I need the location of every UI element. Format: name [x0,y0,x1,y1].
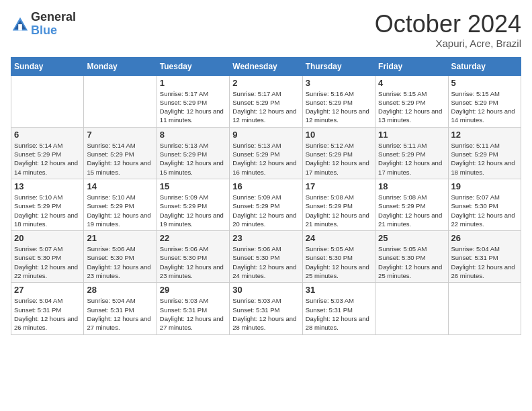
day-of-week-header: Friday [375,57,448,75]
day-number: 12 [451,130,518,140]
day-info: Sunrise: 5:09 AM Sunset: 5:29 PM Dayligh… [160,193,226,228]
day-number: 20 [14,233,81,243]
day-info: Sunrise: 5:03 AM Sunset: 5:31 PM Dayligh… [306,296,372,332]
calendar-cell: 4Sunrise: 5:15 AM Sunset: 5:29 PM Daylig… [375,75,448,127]
calendar-cell [375,283,448,334]
day-info: Sunrise: 5:04 AM Sunset: 5:31 PM Dayligh… [87,296,153,332]
day-number: 7 [87,130,153,140]
calendar-week-row: 13Sunrise: 5:10 AM Sunset: 5:29 PM Dayli… [11,179,521,230]
day-number: 25 [378,233,445,243]
page-header: General Blue October 2024 Xapuri, Acre, … [11,11,521,49]
day-number: 9 [232,130,299,140]
day-number: 11 [378,130,445,140]
calendar-cell: 13Sunrise: 5:10 AM Sunset: 5:29 PM Dayli… [11,179,84,230]
calendar-cell: 16Sunrise: 5:09 AM Sunset: 5:29 PM Dayli… [230,179,302,230]
calendar-cell: 17Sunrise: 5:08 AM Sunset: 5:29 PM Dayli… [302,179,375,230]
svg-rect-2 [18,24,22,30]
day-info: Sunrise: 5:04 AM Sunset: 5:31 PM Dayligh… [451,244,518,280]
month-title: October 2024 [375,11,521,38]
day-info: Sunrise: 5:15 AM Sunset: 5:29 PM Dayligh… [378,89,445,125]
day-info: Sunrise: 5:17 AM Sunset: 5:29 PM Dayligh… [232,89,299,125]
calendar-cell: 23Sunrise: 5:06 AM Sunset: 5:30 PM Dayli… [230,231,302,283]
logo-text: General Blue [31,11,76,38]
day-number: 8 [160,130,226,140]
day-number: 6 [14,130,81,140]
day-of-week-header: Wednesday [230,57,302,75]
logo-blue-text: Blue [31,24,76,38]
day-info: Sunrise: 5:09 AM Sunset: 5:29 PM Dayligh… [232,193,299,228]
calendar-table: SundayMondayTuesdayWednesdayThursdayFrid… [11,57,521,335]
day-info: Sunrise: 5:04 AM Sunset: 5:31 PM Dayligh… [14,296,81,332]
day-info: Sunrise: 5:05 AM Sunset: 5:30 PM Dayligh… [378,244,445,280]
day-info: Sunrise: 5:17 AM Sunset: 5:29 PM Dayligh… [160,89,226,125]
day-number: 18 [378,181,445,191]
day-of-week-header: Monday [84,57,157,75]
day-number: 26 [451,233,518,243]
calendar-week-row: 20Sunrise: 5:07 AM Sunset: 5:30 PM Dayli… [11,231,521,283]
calendar-week-row: 27Sunrise: 5:04 AM Sunset: 5:31 PM Dayli… [11,283,521,334]
logo-general-text: General [31,11,76,24]
title-block: October 2024 Xapuri, Acre, Brazil [375,11,521,49]
day-info: Sunrise: 5:03 AM Sunset: 5:31 PM Dayligh… [232,296,299,332]
day-info: Sunrise: 5:16 AM Sunset: 5:29 PM Dayligh… [306,89,372,125]
day-of-week-header: Thursday [302,57,375,75]
day-of-week-header: Sunday [11,57,84,75]
calendar-cell: 10Sunrise: 5:12 AM Sunset: 5:29 PM Dayli… [302,127,375,179]
day-number: 15 [160,181,226,191]
day-info: Sunrise: 5:08 AM Sunset: 5:29 PM Dayligh… [306,193,372,228]
day-info: Sunrise: 5:10 AM Sunset: 5:29 PM Dayligh… [87,193,153,228]
calendar-week-row: 1Sunrise: 5:17 AM Sunset: 5:29 PM Daylig… [11,75,521,127]
calendar-cell: 21Sunrise: 5:06 AM Sunset: 5:30 PM Dayli… [84,231,157,283]
calendar-cell: 19Sunrise: 5:07 AM Sunset: 5:30 PM Dayli… [448,179,521,230]
calendar-cell: 31Sunrise: 5:03 AM Sunset: 5:31 PM Dayli… [302,283,375,334]
calendar-cell: 18Sunrise: 5:08 AM Sunset: 5:29 PM Dayli… [375,179,448,230]
calendar-cell [11,75,84,127]
calendar-cell: 20Sunrise: 5:07 AM Sunset: 5:30 PM Dayli… [11,231,84,283]
calendar-cell: 15Sunrise: 5:09 AM Sunset: 5:29 PM Dayli… [157,179,229,230]
day-number: 10 [306,130,372,140]
day-info: Sunrise: 5:06 AM Sunset: 5:30 PM Dayligh… [232,244,299,280]
day-number: 4 [378,78,445,88]
day-number: 5 [451,78,518,88]
calendar-cell: 12Sunrise: 5:11 AM Sunset: 5:29 PM Dayli… [448,127,521,179]
day-info: Sunrise: 5:03 AM Sunset: 5:31 PM Dayligh… [160,296,226,332]
day-info: Sunrise: 5:12 AM Sunset: 5:29 PM Dayligh… [306,141,372,177]
day-info: Sunrise: 5:13 AM Sunset: 5:29 PM Dayligh… [232,141,299,177]
calendar-cell: 14Sunrise: 5:10 AM Sunset: 5:29 PM Dayli… [84,179,157,230]
day-number: 31 [306,285,372,295]
day-info: Sunrise: 5:14 AM Sunset: 5:29 PM Dayligh… [87,141,153,177]
day-number: 16 [232,181,299,191]
calendar-cell: 28Sunrise: 5:04 AM Sunset: 5:31 PM Dayli… [84,283,157,334]
calendar-cell: 9Sunrise: 5:13 AM Sunset: 5:29 PM Daylig… [230,127,302,179]
calendar-cell: 30Sunrise: 5:03 AM Sunset: 5:31 PM Dayli… [230,283,302,334]
calendar-cell [84,75,157,127]
calendar-cell: 7Sunrise: 5:14 AM Sunset: 5:29 PM Daylig… [84,127,157,179]
day-info: Sunrise: 5:06 AM Sunset: 5:30 PM Dayligh… [87,244,153,280]
day-number: 22 [160,233,226,243]
day-info: Sunrise: 5:15 AM Sunset: 5:29 PM Dayligh… [451,89,518,125]
day-number: 21 [87,233,153,243]
day-number: 30 [232,285,299,295]
logo-icon [11,15,30,34]
day-number: 13 [14,181,81,191]
calendar-week-row: 6Sunrise: 5:14 AM Sunset: 5:29 PM Daylig… [11,127,521,179]
day-info: Sunrise: 5:14 AM Sunset: 5:29 PM Dayligh… [14,141,81,177]
day-number: 19 [451,181,518,191]
day-number: 29 [160,285,226,295]
calendar-cell: 3Sunrise: 5:16 AM Sunset: 5:29 PM Daylig… [302,75,375,127]
day-number: 23 [232,233,299,243]
calendar-cell: 26Sunrise: 5:04 AM Sunset: 5:31 PM Dayli… [448,231,521,283]
logo: General Blue [11,11,76,38]
day-info: Sunrise: 5:11 AM Sunset: 5:29 PM Dayligh… [378,141,445,177]
day-number: 27 [14,285,81,295]
calendar-cell: 27Sunrise: 5:04 AM Sunset: 5:31 PM Dayli… [11,283,84,334]
day-number: 28 [87,285,153,295]
location-subtitle: Xapuri, Acre, Brazil [375,38,521,49]
day-info: Sunrise: 5:07 AM Sunset: 5:30 PM Dayligh… [14,244,81,280]
day-info: Sunrise: 5:11 AM Sunset: 5:29 PM Dayligh… [451,141,518,177]
day-info: Sunrise: 5:08 AM Sunset: 5:29 PM Dayligh… [378,193,445,228]
calendar-cell: 1Sunrise: 5:17 AM Sunset: 5:29 PM Daylig… [157,75,229,127]
calendar-cell: 29Sunrise: 5:03 AM Sunset: 5:31 PM Dayli… [157,283,229,334]
day-info: Sunrise: 5:05 AM Sunset: 5:30 PM Dayligh… [306,244,372,280]
day-number: 14 [87,181,153,191]
